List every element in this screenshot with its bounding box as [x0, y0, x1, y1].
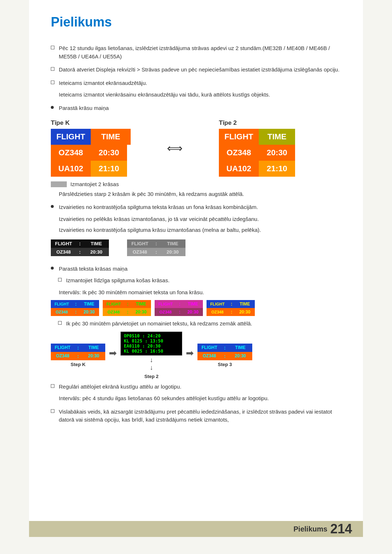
bullet-sub-5-1: Izvairieties no pelēkās krāsas izmantoša… — [59, 215, 341, 223]
footer-number: 214 — [330, 521, 352, 537]
step-k-board: FLIGHT : TIME OZ348 : 20:30 — [51, 344, 105, 360]
cv3-sep2: : — [176, 308, 183, 316]
fb-oz-k: OZ348 — [51, 145, 91, 161]
s3-header: FLIGHT : TIME — [197, 344, 252, 352]
fb-ua-k: UA102 — [51, 161, 91, 177]
cv1-sep: : — [73, 300, 79, 308]
s3-time: TIME — [229, 344, 252, 352]
parsled-text: Pārslēdzieties starp 2 krāsām ik pēc 30 … — [59, 190, 341, 198]
bullet-sub-7: Ik pēc 30 minūtēm pārvietojiet un nomain… — [66, 320, 252, 328]
step-2-container: OP0S10 : 24:20 KL 0125 : 13:50 EA0110 : … — [121, 332, 182, 379]
step-k-container: FLIGHT : TIME OZ348 : 20:30 Step K — [51, 344, 105, 367]
small-board-1: FLIGHT : TIME OZ348 : 20:30 — [51, 239, 109, 256]
sk-oz: OZ348 : 20:30 — [51, 352, 105, 360]
bullet-square-2 — [51, 67, 54, 71]
fb-row-ua-2: UA102 21:10 — [219, 161, 295, 177]
fb-oz-2: OZ348 — [219, 145, 259, 161]
step-3-container: FLIGHT : TIME OZ348 : 20:30 Step 3 — [197, 344, 252, 367]
sb2-oz: OZ348 — [127, 248, 152, 256]
bullet-sub-5-2: Izvairieties no kontrastējoša spilgtuma … — [59, 226, 341, 234]
bullet-item-4: Parastā krāsu maiņa — [51, 104, 341, 112]
fb-row-header-2: FLIGHT TIME — [219, 129, 295, 145]
sb1-oz: OZ348 — [51, 248, 76, 256]
cv3-time: TIME — [183, 300, 203, 308]
cv2-header: FLIGHT : TIME — [103, 300, 151, 308]
s3-oz-time: 20:30 — [229, 352, 252, 360]
bullet-sub-6-2: Intervāls: Ik pēc 30 minūtēm nomainiet t… — [59, 288, 341, 297]
fb-time-k: TIME — [91, 129, 131, 145]
type-2-label: Tīpe 2 — [219, 119, 295, 127]
sb2-time: TIME — [160, 239, 185, 248]
bullet-sub-6-1-row: Izmantojiet līdzīga spilgtuma košas krās… — [58, 276, 341, 285]
type-2-section: Tīpe 2 FLIGHT TIME OZ348 20:30 UA102 21:… — [219, 119, 295, 177]
s3-flight: FLIGHT — [197, 344, 221, 352]
footer-bar: Pielikums 214 — [29, 521, 363, 537]
sk-colon: : — [74, 344, 82, 352]
page-title: Pielikums — [51, 15, 341, 30]
bullet-item-6: Parastā teksta krāsas maiņa — [51, 265, 341, 273]
bullet-text-6: Parastā teksta krāsas maiņa — [59, 265, 127, 273]
fb-row-header-k: FLIGHT TIME — [51, 129, 131, 145]
s3-colon: : — [221, 344, 228, 352]
sk-oz: OZ348 — [51, 352, 74, 360]
step-arrow-2: ➡ — [186, 348, 194, 359]
cv1-oztime: 20:30 — [79, 308, 99, 316]
cv3-flight: FLIGHT — [155, 300, 176, 308]
bullet-item-8: Regulāri attēlojiet ekrānā kustīgu attēl… — [51, 383, 341, 391]
step-boards-row: FLIGHT : TIME OZ348 : 20:30 Step K ➡ — [51, 332, 341, 379]
bullet-item-5: Izvairieties no kontrastējoša spilgtuma … — [51, 203, 341, 212]
sb-row1-header: FLIGHT : TIME — [51, 239, 109, 248]
cv3-oz: OZ348 : 20:30 — [155, 308, 203, 316]
double-arrow: ⟺ — [160, 119, 190, 177]
sk-oz-time: 20:30 — [82, 352, 105, 360]
bullet-item-2: Datorā atveriet Displeja rekvizīti > Str… — [51, 66, 341, 74]
flight-board-type-k: FLIGHT TIME OZ348 20:30 UA102 21:10 — [51, 129, 131, 177]
cv4-time: TIME — [235, 300, 255, 308]
s3-colon2: : — [221, 352, 228, 360]
sb1-time: TIME — [83, 239, 109, 248]
fb-time-2: TIME — [259, 129, 295, 145]
fb-oz-time-2: 20:30 — [259, 145, 295, 161]
cv1-oz: OZ348 : 20:30 — [51, 308, 99, 316]
bullet-text-8: Regulāri attēlojiet ekrānā kustīgu attēl… — [59, 383, 181, 391]
step-2-board: OP0S10 : 24:20 KL 0125 : 13:50 EA0110 : … — [121, 332, 182, 356]
step-k-label: Step K — [71, 362, 86, 367]
cv3-sep: : — [176, 300, 183, 308]
s3-oz: OZ348 : 20:30 — [197, 352, 252, 360]
mid-row-3: EA0110 : 20:30 — [124, 344, 179, 349]
bullet-sub-3: Ieteicams izmantot vienkrāsainu ekrānsau… — [59, 91, 341, 99]
sb2-flight: FLIGHT — [127, 239, 152, 248]
bullet-item-1: Pēc 12 stundu ilgas lietošanas, izslēdzi… — [51, 44, 341, 61]
bullet-dot-6 — [51, 267, 54, 270]
cv-boards-row: FLIGHT : TIME OZ348 : 20:30 FLIGHT : TIM… — [51, 300, 341, 316]
bullet-dot-4 — [51, 106, 54, 109]
bullet-dot-5 — [51, 205, 54, 208]
small-boards-row: FLIGHT : TIME OZ348 : 20:30 FLIGHT : TIM… — [51, 239, 341, 260]
fb-row-oz-2: OZ348 20:30 — [219, 145, 295, 161]
cv1-time: TIME — [79, 300, 99, 308]
fb-ua-2: UA102 — [219, 161, 259, 177]
cv1-header: FLIGHT : TIME — [51, 300, 99, 308]
cv2-oz: OZ348 — [103, 308, 124, 316]
sk-flight: FLIGHT — [51, 344, 74, 352]
cv1-flight: FLIGHT — [51, 300, 73, 308]
cv2-oz: OZ348 : 20:30 — [103, 308, 151, 316]
sb2-colon1: : — [152, 239, 160, 248]
sb2-colon2: : — [152, 248, 160, 256]
sb1-colon2: : — [76, 248, 83, 256]
mid-row-4: KL 0025 : 16:50 — [124, 349, 179, 354]
sk-header: FLIGHT : TIME — [51, 344, 105, 352]
cv4-oz: OZ348 — [207, 308, 228, 316]
color-swatch — [51, 181, 67, 187]
cv4-oztime: 20:30 — [235, 308, 255, 316]
sb1-flight: FLIGHT — [51, 239, 76, 248]
bullet-text-9: Vislabākais veids, kā aizsargāt izstrādā… — [59, 408, 341, 424]
cv3-header: FLIGHT : TIME — [155, 300, 203, 308]
cv-board-2: FLIGHT : TIME OZ348 : 20:30 — [103, 300, 151, 316]
type-k-section: Tīpe K FLIGHT TIME OZ348 20:30 UA102 21:… — [51, 119, 131, 177]
fb-flight-k: FLIGHT — [51, 129, 91, 145]
cv4-oz: OZ348 : 20:30 — [207, 308, 255, 316]
sb-row2-oz: OZ348 : 20:30 — [127, 248, 185, 256]
cv-board-4: FLIGHT : TIME OZ348 : 20:30 — [207, 300, 255, 316]
bullet-square-7 — [58, 321, 62, 325]
